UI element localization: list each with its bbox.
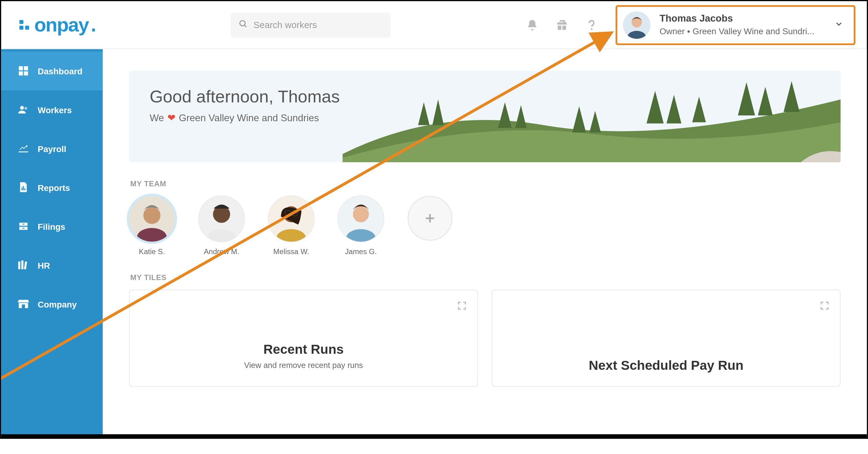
avatar	[199, 196, 244, 242]
help-icon[interactable]	[585, 18, 598, 31]
sidebar-item-label: Filings	[38, 221, 65, 231]
svg-point-40	[143, 207, 161, 224]
svg-rect-23	[24, 261, 27, 269]
svg-rect-8	[19, 66, 23, 70]
sidebar-item-label: Company	[38, 299, 77, 309]
hero-banner: Good afternoon, Thomas We ❤ Green Valley…	[129, 71, 841, 162]
team-member[interactable]: Andrew M.	[199, 196, 244, 256]
expand-icon[interactable]	[457, 300, 467, 313]
svg-point-51	[353, 206, 369, 222]
sidebar-item-company[interactable]: Company	[1, 285, 103, 324]
svg-marker-33	[666, 95, 681, 124]
avatar	[269, 196, 314, 242]
team-member[interactable]: Melissa W.	[269, 196, 314, 256]
gift-icon[interactable]	[555, 18, 569, 31]
expand-icon[interactable]	[819, 300, 830, 313]
svg-marker-36	[758, 87, 772, 116]
svg-rect-21	[18, 262, 20, 269]
logo-text: onpay	[34, 13, 89, 36]
logo-icon	[18, 19, 31, 31]
svg-rect-11	[24, 71, 28, 75]
svg-rect-16	[24, 188, 25, 190]
user-menu[interactable]: Thomas Jacobs Owner • Green Valley Wine …	[616, 5, 855, 45]
svg-rect-10	[19, 71, 23, 75]
team-member-name: James G.	[345, 247, 377, 256]
svg-rect-1	[20, 25, 24, 29]
hero-illustration	[342, 71, 841, 162]
svg-point-3	[240, 20, 245, 26]
user-info: Thomas Jacobs Owner • Green Valley Wine …	[660, 13, 814, 37]
header-icons	[525, 18, 598, 31]
tile-title: Recent Runs	[263, 342, 343, 357]
svg-marker-37	[783, 81, 800, 112]
logo[interactable]: onpay.	[18, 13, 96, 36]
logo-dot: .	[91, 13, 96, 36]
svg-rect-9	[24, 66, 28, 70]
team-member[interactable]: James G.	[338, 196, 384, 256]
svg-point-12	[20, 106, 24, 110]
my-tiles-label: MY TILES	[130, 273, 841, 282]
search-input[interactable]	[253, 20, 382, 30]
svg-marker-26	[418, 102, 429, 125]
svg-rect-15	[23, 186, 24, 190]
sidebar-item-hr[interactable]: HR	[1, 246, 103, 285]
avatar	[129, 196, 175, 242]
sidebar: Dashboard Workers Payroll Reports Filing…	[1, 49, 103, 438]
search-icon	[239, 19, 248, 31]
tile-recent-runs[interactable]: Recent Runs View and remove recent pay r…	[129, 290, 478, 387]
svg-marker-29	[515, 105, 526, 128]
svg-rect-2	[25, 25, 29, 29]
team-member-name: Andrew M.	[204, 247, 239, 256]
grid-icon	[17, 64, 30, 77]
sidebar-item-dashboard[interactable]: Dashboard	[1, 52, 103, 90]
search-box[interactable]	[230, 12, 391, 38]
team-member-name: Katie S.	[139, 247, 165, 256]
team-member[interactable]: Katie S.	[129, 196, 175, 256]
avatar	[338, 196, 384, 242]
svg-marker-34	[692, 96, 706, 122]
sidebar-item-filings[interactable]: Filings	[1, 207, 103, 246]
svg-line-4	[244, 25, 246, 27]
storefront-icon	[17, 298, 30, 310]
svg-marker-27	[432, 99, 443, 125]
svg-rect-22	[21, 260, 24, 269]
sidebar-item-label: Payroll	[38, 144, 66, 153]
bottom-crop	[1, 434, 867, 438]
sidebar-item-label: Reports	[38, 183, 70, 192]
svg-point-13	[24, 107, 27, 110]
tile-title: Next Scheduled Pay Run	[589, 358, 743, 373]
person-icon	[17, 103, 30, 116]
header-center	[96, 12, 525, 38]
add-team-member[interactable]	[408, 196, 453, 256]
file-chart-icon	[17, 181, 30, 194]
svg-marker-28	[498, 102, 512, 128]
my-team-label: MY TEAM	[130, 180, 841, 188]
user-name: Thomas Jacobs	[660, 13, 814, 26]
svg-marker-32	[646, 91, 664, 124]
tiles-row: Recent Runs View and remove recent pay r…	[129, 290, 841, 387]
sidebar-item-reports[interactable]: Reports	[1, 168, 103, 207]
svg-marker-31	[589, 111, 601, 132]
sidebar-item-workers[interactable]: Workers	[1, 90, 103, 129]
svg-marker-35	[738, 82, 755, 115]
svg-rect-14	[22, 187, 23, 190]
tile-subtitle: View and remove recent pay runs	[244, 361, 363, 370]
sidebar-item-label: HR	[38, 260, 50, 270]
user-avatar	[623, 11, 650, 38]
drawer-icon	[17, 220, 30, 233]
team-member-name: Melissa W.	[273, 247, 309, 256]
svg-point-7	[631, 17, 642, 27]
tile-next-pay-run[interactable]: Next Scheduled Pay Run	[492, 290, 841, 387]
plus-icon	[408, 196, 453, 241]
books-icon	[17, 259, 30, 271]
notifications-icon[interactable]	[525, 18, 539, 31]
hand-dollar-icon	[17, 142, 30, 155]
header: onpay.	[1, 1, 867, 49]
svg-rect-19	[23, 223, 25, 224]
svg-rect-25	[22, 304, 25, 308]
svg-marker-30	[572, 107, 586, 132]
sidebar-item-payroll[interactable]: Payroll	[1, 129, 103, 168]
main-content: Good afternoon, Thomas We ❤ Green Valley…	[103, 49, 867, 438]
heart-icon: ❤	[167, 112, 176, 124]
svg-rect-0	[20, 20, 24, 24]
